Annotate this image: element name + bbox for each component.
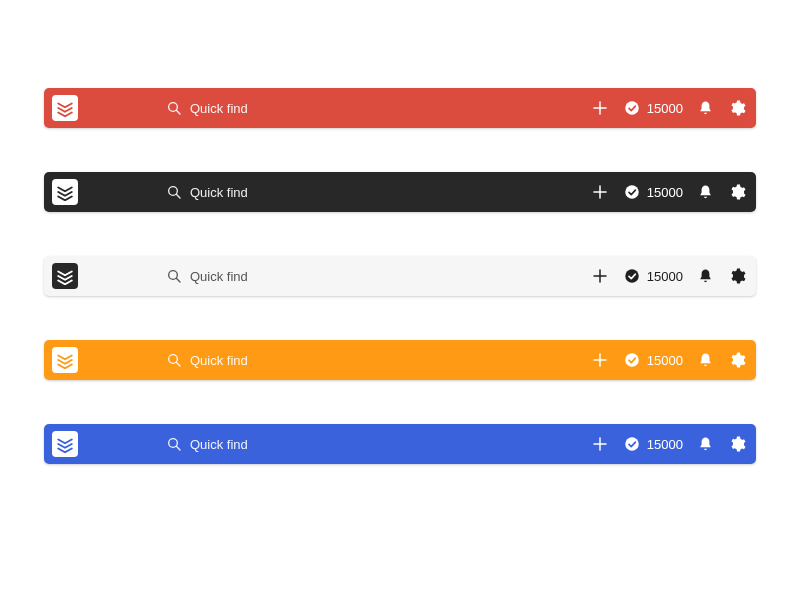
plus-icon — [591, 183, 609, 201]
notifications-button[interactable] — [697, 184, 714, 201]
todoist-logo-icon — [56, 267, 74, 285]
add-task-button[interactable] — [591, 267, 609, 285]
karma-count-value: 15000 — [647, 269, 683, 284]
svg-point-19 — [625, 353, 639, 367]
notifications-button[interactable] — [697, 436, 714, 453]
topbar-actions: 15000 — [591, 435, 746, 453]
settings-button[interactable] — [728, 267, 746, 285]
add-task-button[interactable] — [591, 435, 609, 453]
karma-counter[interactable]: 15000 — [623, 351, 683, 369]
quick-find[interactable]: Quick find — [166, 100, 579, 116]
quick-find[interactable]: Quick find — [166, 436, 579, 452]
check-circle-icon — [623, 351, 641, 369]
bell-icon — [697, 268, 714, 285]
karma-count-value: 15000 — [647, 353, 683, 368]
todoist-logo-icon — [56, 435, 74, 453]
svg-line-21 — [176, 446, 180, 450]
todoist-logo-icon — [56, 183, 74, 201]
topbar-actions: 15000 — [591, 183, 746, 201]
karma-count-value: 15000 — [647, 101, 683, 116]
karma-counter[interactable]: 15000 — [623, 99, 683, 117]
topbar-light: Quick find 15000 — [44, 256, 756, 296]
plus-icon — [591, 99, 609, 117]
svg-line-11 — [176, 278, 180, 282]
quick-find[interactable]: Quick find — [166, 352, 579, 368]
svg-point-9 — [625, 185, 639, 199]
gear-icon — [728, 267, 746, 285]
karma-counter[interactable]: 15000 — [623, 183, 683, 201]
notifications-button[interactable] — [697, 100, 714, 117]
todoist-logo-icon — [56, 351, 74, 369]
search-icon — [166, 100, 182, 116]
quick-find[interactable]: Quick find — [166, 268, 579, 284]
gear-icon — [728, 99, 746, 117]
svg-point-14 — [625, 269, 639, 283]
gear-icon — [728, 351, 746, 369]
svg-line-6 — [176, 194, 180, 198]
plus-icon — [591, 351, 609, 369]
search-icon — [166, 268, 182, 284]
topbar-dark: Quick find 15000 — [44, 172, 756, 212]
settings-button[interactable] — [728, 99, 746, 117]
app-logo[interactable] — [52, 347, 78, 373]
topbar-blue: Quick find 15000 — [44, 424, 756, 464]
add-task-button[interactable] — [591, 351, 609, 369]
app-logo[interactable] — [52, 95, 78, 121]
search-icon — [166, 184, 182, 200]
search-icon — [166, 352, 182, 368]
quick-find-placeholder: Quick find — [190, 101, 248, 116]
topbar-actions: 15000 — [591, 351, 746, 369]
topbar-actions: 15000 — [591, 99, 746, 117]
quick-find-placeholder: Quick find — [190, 353, 248, 368]
plus-icon — [591, 267, 609, 285]
karma-counter[interactable]: 15000 — [623, 435, 683, 453]
topbar-red: Quick find 15000 — [44, 88, 756, 128]
add-task-button[interactable] — [591, 183, 609, 201]
bell-icon — [697, 100, 714, 117]
topbar-actions: 15000 — [591, 267, 746, 285]
bell-icon — [697, 184, 714, 201]
svg-line-16 — [176, 362, 180, 366]
app-logo[interactable] — [52, 179, 78, 205]
bell-icon — [697, 352, 714, 369]
search-icon — [166, 436, 182, 452]
app-logo[interactable] — [52, 263, 78, 289]
karma-counter[interactable]: 15000 — [623, 267, 683, 285]
svg-point-24 — [625, 437, 639, 451]
notifications-button[interactable] — [697, 268, 714, 285]
svg-point-4 — [625, 101, 639, 115]
gear-icon — [728, 435, 746, 453]
notifications-button[interactable] — [697, 352, 714, 369]
bell-icon — [697, 436, 714, 453]
check-circle-icon — [623, 99, 641, 117]
todoist-logo-icon — [56, 99, 74, 117]
settings-button[interactable] — [728, 351, 746, 369]
settings-button[interactable] — [728, 435, 746, 453]
karma-count-value: 15000 — [647, 437, 683, 452]
plus-icon — [591, 435, 609, 453]
quick-find-placeholder: Quick find — [190, 269, 248, 284]
quick-find-placeholder: Quick find — [190, 185, 248, 200]
add-task-button[interactable] — [591, 99, 609, 117]
topbar-orange: Quick find 15000 — [44, 340, 756, 380]
svg-line-1 — [176, 110, 180, 114]
check-circle-icon — [623, 267, 641, 285]
app-logo[interactable] — [52, 431, 78, 457]
gear-icon — [728, 183, 746, 201]
check-circle-icon — [623, 183, 641, 201]
check-circle-icon — [623, 435, 641, 453]
settings-button[interactable] — [728, 183, 746, 201]
quick-find-placeholder: Quick find — [190, 437, 248, 452]
quick-find[interactable]: Quick find — [166, 184, 579, 200]
karma-count-value: 15000 — [647, 185, 683, 200]
